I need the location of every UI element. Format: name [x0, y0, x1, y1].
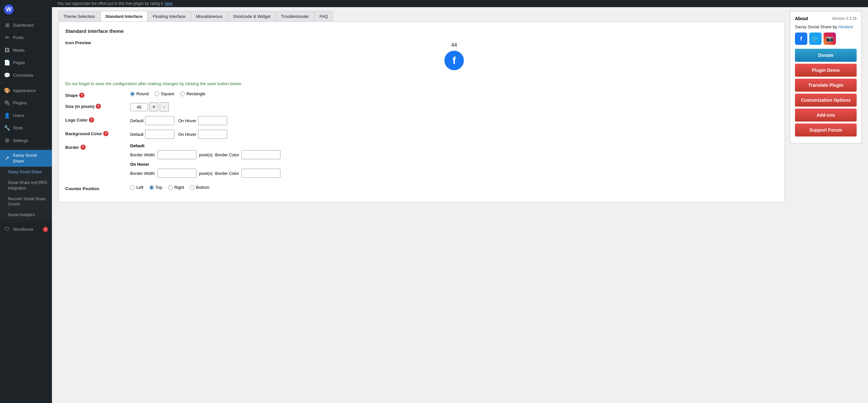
social-icon-twitter[interactable]: 🐦	[809, 32, 822, 45]
sidebar-item-label: Wordfence	[13, 227, 33, 232]
about-credit-link[interactable]: Heateor	[838, 24, 854, 29]
counter-bottom-option[interactable]: Bottom	[190, 185, 209, 190]
plugin-demo-button[interactable]: Plugin Demo	[795, 64, 857, 77]
submenu-label: Recover Social Share Counts	[8, 196, 48, 207]
social-icon-facebook[interactable]: f	[795, 32, 807, 45]
tabs: Theme Selection Standard Interface Float…	[58, 11, 785, 22]
sidebar-item-appearance[interactable]: 🎨 Appearance	[0, 85, 52, 97]
settings-icon: ⚙	[4, 137, 10, 144]
pages-icon: 📄	[4, 59, 10, 66]
sidebar-item-media[interactable]: 🖼 Media	[0, 44, 52, 57]
bg-color-hover-label: On Hover	[178, 132, 196, 137]
plugins-icon: 🔌	[4, 99, 10, 107]
submenu-item-mycred[interactable]: Social Share myCRED Integration	[0, 177, 52, 194]
shape-round-radio[interactable]	[130, 92, 135, 96]
counter-top-option[interactable]: Top	[149, 185, 162, 190]
appearance-icon: 🎨	[4, 87, 10, 94]
support-forum-button[interactable]: Support Forum	[795, 123, 857, 137]
header-notice: You can appreciate the effort put in thi…	[57, 1, 163, 6]
border-default-width-input[interactable]	[157, 150, 196, 159]
sidebar-item-dashboard[interactable]: ⊞ Dashboard	[0, 19, 52, 31]
logo-color-help-icon[interactable]: ?	[89, 117, 94, 122]
size-minus-button[interactable]: -	[160, 103, 169, 112]
sidebar-item-wordfence[interactable]: 🛡 Wordfence 2	[0, 223, 52, 236]
logo-color-control: Default On Hover	[130, 116, 778, 125]
bg-color-row: Background Color ? Default On Hover	[65, 130, 778, 139]
sidebar-item-users[interactable]: 👤 Users	[0, 110, 52, 122]
border-width-label: Border Width	[130, 152, 155, 157]
counter-left-option[interactable]: Left	[130, 185, 144, 190]
counter-bottom-radio[interactable]	[190, 185, 194, 190]
bg-color-help-icon[interactable]: ?	[103, 131, 108, 136]
counter-right-option[interactable]: Right	[168, 185, 184, 190]
border-default-color-input[interactable]	[242, 150, 280, 159]
submenu-item-sassy-main[interactable]: Sassy Social Share	[0, 167, 52, 177]
tab-troubleshooter[interactable]: Troubleshooter	[276, 11, 314, 22]
shape-square-radio[interactable]	[155, 92, 159, 96]
social-icon-instagram[interactable]: 📷	[824, 32, 836, 45]
counter-top-label: Top	[155, 185, 162, 190]
tab-theme-selection[interactable]: Theme Selection	[58, 11, 100, 22]
counter-right-radio[interactable]	[168, 185, 173, 190]
shape-rectangle-label: Rectangle	[186, 91, 206, 96]
shape-square-option[interactable]: Square	[155, 91, 174, 96]
counter-right-label: Right	[174, 185, 184, 190]
size-plus-button[interactable]: +	[149, 103, 158, 112]
tab-shortcode-widget[interactable]: Shortcode & Widget	[228, 11, 276, 22]
counter-top-radio[interactable]	[149, 185, 154, 190]
header-link[interactable]: here	[165, 1, 173, 6]
shape-help-icon[interactable]: ?	[79, 93, 84, 98]
shape-round-option[interactable]: Round	[130, 91, 149, 96]
sidebar-item-pages[interactable]: 📄 Pages	[0, 57, 52, 69]
counter-options: Left Top Right	[130, 185, 778, 190]
border-hover-row: Border Width pixel(s) Border Color	[130, 169, 778, 178]
submenu-item-analytics[interactable]: Social Analytics	[0, 210, 52, 220]
customization-button[interactable]: Customization Options	[795, 94, 857, 107]
icon-preview-area: 44 f	[130, 39, 778, 77]
tab-floating-interface[interactable]: Floating Interface	[148, 11, 190, 22]
border-hover-label: On Hover	[130, 162, 778, 167]
size-row: Size (in pixels) ? + -	[65, 103, 778, 112]
shape-row: Shape ? Round Square	[65, 91, 778, 98]
logo-color-hover-input[interactable]	[198, 116, 227, 125]
shape-rectangle-option[interactable]: Rectangle	[180, 91, 206, 96]
counter-left-radio[interactable]	[130, 185, 135, 190]
border-hover-color-input[interactable]	[242, 169, 280, 178]
shape-rectangle-radio[interactable]	[180, 92, 185, 96]
sidebar-item-sassy[interactable]: ↗ Sassy Social Share	[0, 150, 52, 167]
sidebar-item-label: Appearance	[13, 88, 36, 94]
translate-plugin-button[interactable]: Translate Plugin	[795, 79, 857, 92]
tab-miscellaneous[interactable]: Miscellaneous	[191, 11, 227, 22]
submenu-item-recover[interactable]: Recover Social Share Counts	[0, 194, 52, 210]
social-icons-row: f 🐦 📷	[795, 32, 857, 45]
tab-standard-interface[interactable]: Standard Interface	[101, 11, 147, 22]
logo-color-default-input[interactable]	[145, 116, 174, 125]
counter-position-label: Counter Position	[65, 185, 124, 191]
sidebar-item-comments[interactable]: 💬 Comments	[0, 69, 52, 82]
wordfence-badge: 2	[43, 227, 48, 232]
size-input[interactable]	[130, 103, 148, 111]
submenu-label: Social Share myCRED Integration	[8, 180, 48, 191]
border-help-icon[interactable]: ?	[81, 145, 86, 150]
dashboard-icon: ⊞	[4, 22, 10, 29]
icon-preview-control: 44 f	[130, 39, 778, 77]
size-control: + -	[130, 103, 778, 112]
sidebar-item-tools[interactable]: 🔧 Tools	[0, 122, 52, 134]
sidebar-separator	[0, 83, 52, 83]
addons-button[interactable]: Add-ons	[795, 109, 857, 121]
sidebar-item-posts[interactable]: ✏ Posts	[0, 31, 52, 44]
bg-color-default-input[interactable]	[145, 130, 174, 139]
sidebar-item-settings[interactable]: ⚙ Settings	[0, 135, 52, 147]
sidebar-item-label: Comments	[13, 73, 33, 78]
tab-faq[interactable]: FAQ	[314, 11, 333, 22]
border-hover-width-input[interactable]	[157, 169, 196, 178]
donate-button[interactable]: Donate	[795, 49, 857, 62]
bg-color-hover-input[interactable]	[198, 130, 227, 139]
save-notice: Do not forget to save the configuration …	[65, 81, 778, 86]
sidebar-separator-3	[0, 222, 52, 222]
size-label: Size (in pixels) ?	[65, 103, 124, 109]
content-wrap: Theme Selection Standard Interface Float…	[52, 7, 868, 403]
size-help-icon[interactable]: ?	[96, 104, 101, 109]
wordfence-icon: 🛡	[4, 226, 10, 233]
sidebar-item-plugins[interactable]: 🔌 Plugins	[0, 97, 52, 109]
